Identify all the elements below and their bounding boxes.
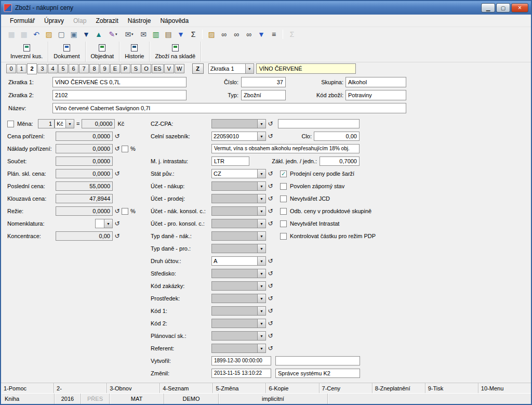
checkbox[interactable] <box>280 220 287 227</box>
tab-5[interactable]: 5 <box>58 64 68 73</box>
rezie-field[interactable]: 0,0000 <box>56 206 113 216</box>
goto-start-icon[interactable]: ▲ <box>93 29 104 40</box>
refresh-icon[interactable]: ↺ <box>266 182 275 190</box>
historie-button[interactable]: Historie <box>119 42 150 62</box>
naklady-percent-checkbox[interactable] <box>122 146 128 152</box>
tab-0[interactable]: 0 <box>6 64 16 73</box>
soucet-field[interactable]: 0,0000 <box>56 156 113 166</box>
tab-7[interactable]: 7 <box>79 64 89 73</box>
checkbox-nevytvaret-jcd[interactable]: Nevytvářet JCD <box>280 192 330 205</box>
chart-icon[interactable]: ▥ <box>150 29 162 40</box>
stat-puv-combo[interactable]: CZ ▼ <box>211 169 266 178</box>
fkey-5-zmena[interactable]: 5-Změna <box>213 383 266 393</box>
checkbox-nevytvaret-intrastat[interactable]: Nevytvářet Intrastat <box>280 217 339 230</box>
posledni-cena-field[interactable]: 55,0000 <box>56 181 113 191</box>
tab-w[interactable]: W <box>175 64 184 73</box>
checkbox[interactable] <box>280 183 287 190</box>
tab-v[interactable]: V <box>164 64 174 73</box>
druh-uctov-combo[interactable]: A ▼ <box>211 256 266 266</box>
filter-icon[interactable]: ▼ <box>175 29 187 40</box>
refresh-icon[interactable]: ↺ <box>113 170 122 177</box>
refresh-icon[interactable]: ↺ <box>266 295 275 302</box>
actions-menu-icon[interactable]: ✎▾ <box>105 29 121 40</box>
fkey-7-ceny[interactable]: 7-Ceny <box>320 383 373 393</box>
dokument-button[interactable]: Dokument <box>48 42 85 62</box>
refresh-icon[interactable]: ↺ <box>113 220 122 227</box>
klouzava-cena-field[interactable]: 47,8944 <box>56 194 113 203</box>
celni-sazebnik-combo[interactable]: 22059010 ▼ <box>211 132 266 141</box>
nomenklatura-combo[interactable]: ▼ <box>95 219 113 228</box>
fkey-3-obnov[interactable]: 3-Obnov <box>107 383 160 393</box>
tab-1[interactable]: 1 <box>17 64 26 73</box>
tab-p[interactable]: P <box>121 64 130 73</box>
undo-icon[interactable]: ↶ <box>31 29 42 40</box>
chevron-down-icon[interactable]: ▼ <box>65 120 74 128</box>
refresh-icon[interactable]: ↺ <box>266 170 275 177</box>
checkbox[interactable] <box>280 195 287 202</box>
notebook-icon[interactable]: ▤ <box>163 29 174 40</box>
menu-formular[interactable]: Formulář <box>5 16 39 26</box>
checkbox-kontrolovat-castku-pdp[interactable]: Kontrolovat částku pro režim PDP <box>280 230 376 242</box>
refresh-icon[interactable]: ↺ <box>266 307 275 315</box>
tab-3[interactable]: 3 <box>37 64 47 73</box>
fkey-9-tisk[interactable]: 9-Tisk <box>425 383 478 393</box>
refresh-icon[interactable]: ↺ <box>266 120 275 127</box>
tab-6[interactable]: 6 <box>69 64 78 73</box>
fkey-2[interactable]: 2- <box>54 383 107 393</box>
tab-o[interactable]: O <box>141 64 151 73</box>
nazev-field[interactable]: Víno červené Cabernet Savignon 0,7l <box>52 103 406 113</box>
naklady-porizeni-field[interactable]: 0,0000 <box>56 144 113 153</box>
refresh-icon[interactable]: ↺ <box>266 282 275 290</box>
chevron-down-icon[interactable]: ▼ <box>104 219 112 228</box>
tab-e[interactable]: E <box>110 64 120 73</box>
mj-intrastatu-field[interactable]: LTR <box>211 156 249 166</box>
tab-4[interactable]: 4 <box>48 64 58 73</box>
refresh-icon[interactable]: ↺ <box>266 257 275 265</box>
z-button[interactable]: Z <box>192 63 204 74</box>
zakl-jedn-field[interactable]: 0,7000 <box>320 156 360 166</box>
workflow-icon[interactable]: ▨ <box>206 29 217 40</box>
refresh-icon[interactable]: ↺ <box>113 232 122 240</box>
objednat-button[interactable]: Objednat <box>86 42 120 62</box>
checkbox-povolen-zaporny-stav[interactable]: Povolen záporný stav <box>280 180 344 192</box>
zkratka1-field[interactable]: VÍNO ČERVENÉ CS 0,7L <box>52 77 187 87</box>
open-icon[interactable]: ▨ <box>43 29 55 40</box>
refresh-icon[interactable]: ↺ <box>266 220 275 227</box>
refresh-icon[interactable]: ↺ <box>266 345 275 352</box>
refresh-icon[interactable]: ↺ <box>266 332 275 339</box>
refresh-icon[interactable]: ↺ <box>113 133 122 140</box>
chevron-down-icon[interactable]: ▼ <box>257 169 265 178</box>
koncentrace-field[interactable]: 0,00 <box>56 231 113 241</box>
find-special-icon[interactable]: ∞ <box>243 29 255 40</box>
menu-zobrazit[interactable]: Zobrazit <box>91 16 123 26</box>
checkbox-checked[interactable]: ✓ <box>280 171 287 177</box>
find-icon[interactable]: ∞ <box>218 29 230 40</box>
refresh-icon[interactable]: ↺ <box>113 207 122 215</box>
maximize-button[interactable]: ▢ <box>496 3 510 12</box>
tab-9[interactable]: 9 <box>100 64 110 73</box>
menu-nastroje[interactable]: Nástroje <box>123 16 156 26</box>
fkey-4-seznam[interactable]: 4-Seznam <box>160 383 213 393</box>
search-field-selector[interactable]: Zkratka 1 ▼ <box>208 63 254 74</box>
new-document-icon[interactable]: ▢ <box>56 29 67 40</box>
mena-rate-field[interactable]: 0,0000 <box>82 119 115 128</box>
cislo-field[interactable]: 37 <box>241 77 286 87</box>
plan-skl-cena-field[interactable]: 0,0000 <box>56 169 113 178</box>
chevron-down-icon[interactable]: ▼ <box>257 257 265 265</box>
refresh-icon[interactable]: ↺ <box>266 207 275 215</box>
refresh-icon[interactable]: ↺ <box>266 320 275 327</box>
chevron-down-icon[interactable]: ▼ <box>245 64 254 73</box>
tariff-description-field[interactable]: Vermut, vína s obsahem alkoholu nepřesah… <box>211 144 360 153</box>
cena-porizeni-field[interactable]: 0,0000 <box>56 132 113 141</box>
mena-qty-field[interactable]: 1 <box>38 119 55 128</box>
zbozi-na-sklade-button[interactable]: Zboží na skladě <box>150 42 201 62</box>
filter-edit-icon[interactable]: ▼ <box>256 29 267 40</box>
checkbox-odb-ceny-v-produktove-skupine[interactable]: Odb. ceny v produktové skupině <box>280 205 371 217</box>
fkey-6-kopie[interactable]: 6-Kopie <box>266 383 319 393</box>
quick-search-input[interactable]: VÍNO ČERVENÉ <box>256 63 356 74</box>
menu-napoveda[interactable]: Nápověda <box>155 16 193 26</box>
tab-es[interactable]: ES <box>152 64 164 73</box>
tab-8[interactable]: 8 <box>89 64 99 73</box>
zkratka2-field[interactable]: 2102 <box>52 90 187 100</box>
fkey-10-menu[interactable]: 10-Menu <box>478 383 531 393</box>
